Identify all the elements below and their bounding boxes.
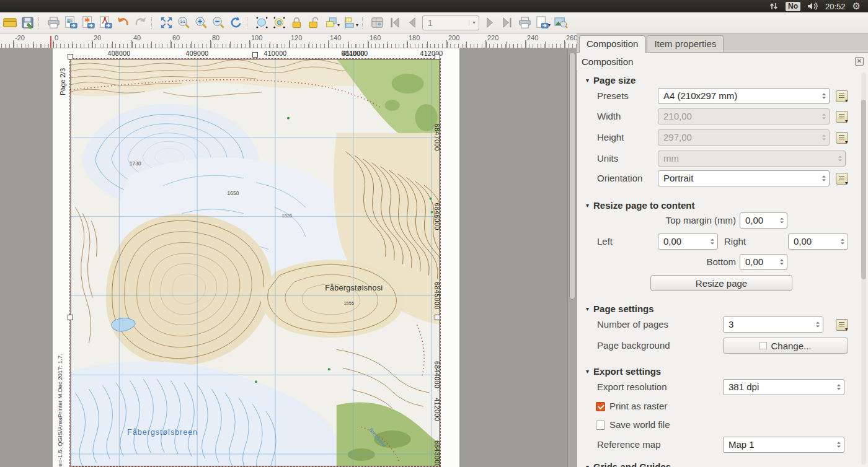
- section-grids-guides-partial[interactable]: ▾Grids and Guides: [586, 461, 671, 467]
- atlas-settings-button[interactable]: [368, 14, 386, 32]
- presets-label: Presets: [597, 88, 629, 104]
- preview-atlas-button[interactable]: [552, 14, 569, 32]
- move-content-button[interactable]: [270, 14, 288, 32]
- export-svg-icon: [81, 15, 95, 30]
- pages-data-defined-button[interactable]: [836, 319, 848, 331]
- printer-icon: [46, 15, 61, 30]
- page-background-change-button[interactable]: Change...: [723, 338, 848, 354]
- export-pdf-icon: [99, 15, 113, 30]
- ruler-tick: 20: [94, 33, 101, 48]
- save-icon: [20, 15, 35, 30]
- reference-map-select[interactable]: Map 1: [723, 437, 844, 453]
- atlas-first-feature-button[interactable]: [386, 14, 403, 32]
- composer-toolbar: 1:1 ▾ ▾ 1 ▾ ▾: [0, 12, 868, 33]
- orientation-select[interactable]: Portrait: [658, 170, 830, 186]
- save-world-file-label: Save world file: [609, 419, 670, 431]
- export-pdf-button[interactable]: [97, 14, 114, 32]
- export-image-button[interactable]: [62, 14, 79, 32]
- save-button[interactable]: [19, 14, 36, 32]
- raise-items-dropdown-arrow[interactable]: ▾: [337, 22, 340, 28]
- ruler-tick: 220: [487, 33, 498, 48]
- right-margin-input[interactable]: 0,00: [788, 234, 848, 250]
- session-gear-icon[interactable]: ⚙: [852, 1, 861, 12]
- export-svg-button[interactable]: [79, 14, 97, 32]
- first-arrow-icon: [388, 15, 402, 30]
- last-arrow-icon: [500, 15, 515, 30]
- zoom-actual-button[interactable]: 1:1: [175, 14, 192, 32]
- qgis-composer-window: No 20:52 ⚙ 1:1 ▾ ▾: [0, 0, 868, 467]
- undo-button[interactable]: [114, 14, 131, 32]
- section-export-settings[interactable]: ▾Export settings: [586, 366, 661, 377]
- atlas-last-feature-button[interactable]: [498, 14, 516, 32]
- height-data-defined-button[interactable]: [836, 132, 848, 144]
- toolbar-separator: [362, 17, 366, 28]
- width-data-defined-button[interactable]: [836, 111, 848, 123]
- top-margin-input[interactable]: 0,00: [740, 212, 787, 229]
- resize-page-button[interactable]: Resize page: [650, 275, 792, 291]
- print-as-raster-label: Print as raster: [609, 400, 667, 412]
- align-items-dropdown-arrow[interactable]: ▾: [356, 22, 358, 28]
- redo-button[interactable]: [131, 14, 149, 32]
- selection-handle[interactable]: [252, 52, 258, 58]
- network-icon[interactable]: [769, 2, 779, 11]
- atlas-next-feature-button[interactable]: [481, 14, 498, 32]
- tab-composition[interactable]: Composition: [579, 35, 645, 53]
- unlock-items-button[interactable]: [305, 14, 322, 32]
- refresh-button[interactable]: [227, 14, 244, 32]
- export-atlas-icon: [535, 15, 549, 30]
- selection-handle[interactable]: [68, 54, 73, 59]
- print-as-raster-checkbox[interactable]: [596, 402, 605, 411]
- export-resolution-label: Export resolution: [597, 379, 667, 395]
- selection-handle[interactable]: [68, 315, 73, 320]
- export-atlas-dropdown-arrow[interactable]: ▾: [548, 22, 551, 28]
- atlas-previous-feature-button[interactable]: [403, 14, 420, 32]
- export-resolution-input[interactable]: 381 dpi: [723, 379, 844, 395]
- units-label: Units: [597, 151, 618, 167]
- orientation-data-defined-button[interactable]: [836, 173, 848, 185]
- number-of-pages-input[interactable]: 3: [723, 316, 823, 333]
- zoom-out-button[interactable]: [210, 14, 227, 32]
- combo-arrow-icon[interactable]: ▾: [469, 20, 479, 25]
- height-input[interactable]: 297,00: [658, 129, 830, 146]
- ruler-tick: 240: [527, 33, 538, 48]
- atlas-feature-number-input[interactable]: 1 ▾: [422, 15, 479, 30]
- section-page-size[interactable]: ▾Page size: [586, 75, 636, 85]
- left-margin-input[interactable]: 0,00: [658, 234, 718, 250]
- orientation-label: Orientation: [597, 170, 642, 186]
- save-world-file-checkbox[interactable]: [596, 421, 605, 430]
- width-input[interactable]: 210,00: [658, 108, 830, 124]
- units-select[interactable]: mm: [658, 151, 846, 167]
- close-panel-icon[interactable]: ✕: [855, 57, 864, 66]
- tab-item-properties[interactable]: Item properties: [647, 35, 724, 52]
- volume-icon[interactable]: [807, 2, 818, 11]
- panel-tabbar: Composition Item properties: [577, 33, 868, 52]
- print-atlas-button[interactable]: [516, 14, 533, 32]
- map-coord-label: 410000: [264, 50, 287, 57]
- toolbar-separator: [247, 17, 251, 28]
- print-button[interactable]: [45, 14, 62, 32]
- ruler-tick: 60: [172, 33, 180, 48]
- panel-title: Composition: [582, 56, 633, 67]
- section-page-settings[interactable]: ▾Page settings: [586, 303, 654, 314]
- selection-handle[interactable]: [435, 315, 440, 320]
- presets-data-defined-button[interactable]: [836, 90, 848, 102]
- zoom-in-button[interactable]: [192, 14, 210, 32]
- presets-select[interactable]: A4 (210x297 mm): [658, 88, 830, 104]
- select-move-item-button[interactable]: [253, 14, 270, 32]
- keyboard-indicator[interactable]: No: [786, 2, 800, 11]
- number-of-pages-label: Number of pages: [597, 316, 668, 333]
- map-item[interactable]: 1730 1650 1520 Fåbergstølsnosi 1555 Fåbe…: [69, 58, 441, 467]
- composition-panel-body: Composition ✕ ▾Page size Presets A4 (210…: [577, 52, 868, 467]
- lock-items-button[interactable]: [288, 14, 305, 32]
- zoom-full-button[interactable]: [157, 14, 175, 32]
- scrollbar-thumb[interactable]: [861, 100, 866, 279]
- composer-canvas[interactable]: 408000 409000 410000 411000 6848000 4120…: [0, 48, 577, 467]
- open-button[interactable]: [1, 14, 19, 32]
- section-resize-page[interactable]: ▾Resize page to content: [586, 200, 694, 211]
- scrollbar-thumb[interactable]: [569, 52, 575, 300]
- bottom-margin-input[interactable]: 0,00: [740, 254, 787, 270]
- selection-handle[interactable]: [435, 54, 440, 59]
- panel-vertical-scrollbar[interactable]: [861, 72, 866, 465]
- printer-icon: [518, 15, 532, 30]
- canvas-vertical-scrollbar[interactable]: [567, 48, 576, 467]
